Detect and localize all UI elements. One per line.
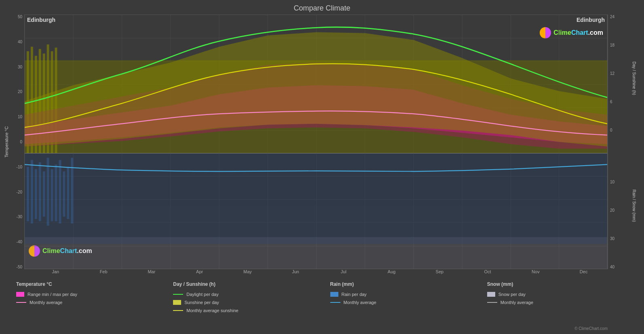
legend-rain-title: Rain (mm) (330, 281, 479, 287)
x-tick-aug: Aug (367, 269, 416, 277)
legend-snow-title: Snow (mm) (487, 281, 636, 287)
legend-temp-avg-label: Monthly average (30, 300, 62, 305)
x-tick-jan: Jan (32, 269, 80, 277)
y-tick-right: 30 (610, 236, 614, 241)
legend-sunshine-swatch: Sunshine per day (173, 300, 322, 305)
svg-rect-27 (27, 167, 29, 221)
main-container: Compare Climate Temperature °C 50 40 30 … (0, 0, 644, 334)
legend-daylight-label: Daylight per day (186, 292, 219, 297)
svg-rect-26 (25, 153, 607, 244)
legend-temperature: Temperature °C Range min / max per day M… (12, 281, 169, 324)
x-tick-oct: Oct (464, 269, 512, 277)
legend-sunshine-avg-label: Monthly average sunshine (186, 308, 238, 313)
y-tick: 10 (18, 115, 22, 119)
legend-temp-range: Range min / max per day (16, 292, 165, 297)
sunshine-avg-line (173, 310, 183, 311)
y-tick-right: 10 (610, 180, 614, 184)
legend-sunshine-swatch-label: Sunshine per day (184, 300, 219, 305)
legend-temp-title: Temperature °C (16, 281, 165, 287)
y-tick: -40 (17, 240, 22, 244)
y-tick-right: 40 (610, 265, 614, 269)
y-axis-rain-label: Rain / Snow (mm) (628, 142, 640, 270)
y-axis-right-labels: Day / Sunshine (h) Rain / Snow (mm) (628, 15, 640, 269)
legend-snow: Snow (mm) Snow per day Monthly average (483, 281, 640, 324)
y-ticks-right-sunshine: 24 18 12 6 0 10 20 30 40 (608, 15, 628, 269)
rain-avg-line (330, 302, 340, 303)
chart-title: Compare Climate (4, 4, 640, 13)
x-tick-apr: Apr (175, 269, 224, 277)
chart-area: Temperature °C 50 40 30 20 10 0 -10 -20 … (4, 15, 640, 269)
legend-area: Temperature °C Range min / max per day M… (4, 277, 640, 326)
temp-avg-line (16, 302, 26, 303)
legend-temp-avg: Monthly average (16, 300, 165, 305)
svg-rect-34 (55, 164, 57, 221)
svg-rect-30 (39, 162, 41, 221)
svg-rect-28 (31, 160, 33, 223)
copyright: © ClimeChart.com (4, 326, 640, 332)
x-tick-nov: Nov (512, 269, 560, 277)
legend-sunshine: Day / Sunshine (h) Daylight per day Suns… (169, 281, 326, 324)
snow-swatch (487, 292, 495, 297)
legend-sunshine-title: Day / Sunshine (h) (173, 281, 322, 287)
x-axis-row: Jan Feb Mar Apr May Jun Jul Aug Sep Oct … (32, 269, 608, 277)
x-tick-dec: Dec (560, 269, 608, 277)
svg-rect-32 (47, 158, 49, 226)
legend-rain: Rain (mm) Rain per day Monthly average (326, 281, 483, 324)
chart-body: Edinburgh Edinburgh ClimeChart.com Clime… (24, 15, 608, 269)
y-tick: -30 (17, 215, 22, 219)
x-tick-mar: Mar (128, 269, 176, 277)
legend-snow-label: Snow per day (498, 292, 526, 297)
temp-range-swatch (16, 292, 24, 297)
y-axis-left: Temperature °C 50 40 30 20 10 0 -10 -20 … (4, 15, 24, 269)
svg-rect-31 (43, 171, 45, 217)
snow-avg-line (487, 302, 497, 303)
legend-rain-swatch: Rain per day (330, 292, 479, 297)
x-tick-jun: Jun (272, 269, 320, 277)
y-tick-right: 0 (610, 128, 612, 132)
chart-svg (25, 15, 607, 269)
y-tick: -20 (17, 190, 22, 194)
x-tick-feb: Feb (80, 269, 128, 277)
y-tick: -50 (17, 265, 22, 269)
y-tick-right: 12 (610, 71, 614, 76)
legend-rain-avg: Monthly average (330, 300, 479, 305)
legend-sunshine-avg: Monthly average sunshine (173, 308, 322, 313)
rain-swatch (330, 292, 338, 297)
y-tick: 0 (20, 140, 22, 144)
legend-snow-avg: Monthly average (487, 300, 636, 305)
legend-snow-swatch: Snow per day (487, 292, 636, 297)
y-tick-right: 20 (610, 208, 614, 213)
y-tick: 20 (18, 89, 22, 94)
y-tick: -10 (17, 165, 22, 169)
legend-daylight: Daylight per day (173, 292, 322, 297)
x-tick-jul: Jul (320, 269, 368, 277)
legend-rain-avg-label: Monthly average (344, 300, 376, 305)
svg-rect-35 (59, 160, 61, 223)
sunshine-swatch (173, 300, 181, 305)
y-tick-right: 6 (610, 100, 612, 104)
legend-rain-swatch-label: Rain per day (342, 292, 367, 297)
svg-rect-29 (35, 169, 37, 219)
bottom-section: Jan Feb Mar Apr May Jun Jul Aug Sep Oct … (4, 269, 640, 332)
y-tick: 30 (18, 65, 22, 69)
legend-temp-range-label: Range min / max per day (27, 292, 77, 297)
x-tick-sep: Sep (416, 269, 464, 277)
y-axis-left-label: Temperature °C (4, 15, 9, 269)
y-tick-right: 18 (610, 43, 614, 47)
legend-snow-avg-label: Monthly average (500, 300, 533, 305)
x-tick-may: May (224, 269, 272, 277)
y-tick: 40 (18, 40, 22, 44)
svg-rect-36 (63, 171, 65, 217)
y-tick-right: 24 (610, 15, 614, 19)
y-axis-sunshine-label: Day / Sunshine (h) (628, 15, 640, 142)
svg-rect-48 (25, 237, 607, 269)
daylight-line (173, 294, 183, 295)
svg-rect-37 (67, 167, 69, 219)
y-axis-right: 24 18 12 6 0 10 20 30 40 Day / Sunshine … (608, 15, 640, 269)
y-tick: 50 (18, 15, 22, 19)
svg-rect-33 (51, 169, 53, 221)
rain-bars (25, 153, 607, 244)
y-ticks-left: 50 40 30 20 10 0 -10 -20 -30 -40 -50 (11, 15, 24, 269)
